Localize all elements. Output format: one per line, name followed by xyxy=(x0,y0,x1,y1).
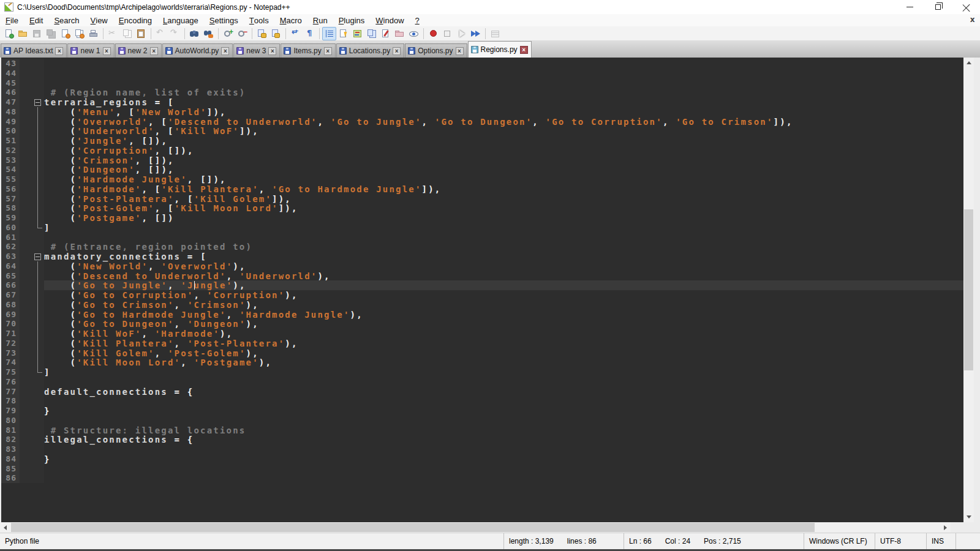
zoom-in-button[interactable] xyxy=(221,27,235,40)
print-button[interactable] xyxy=(86,27,100,40)
code-text[interactable] xyxy=(44,416,963,425)
redo-button[interactable] xyxy=(168,27,182,40)
code-text[interactable]: ('Jungle', []), xyxy=(44,136,963,146)
code-text[interactable]: # Structure: illegal locations xyxy=(44,425,963,435)
code-text[interactable]: illegal_connections = { xyxy=(44,435,963,444)
code-line-69[interactable]: 69 ('Go to Hardmode Jungle', 'Hardmode J… xyxy=(1,310,963,320)
close-document-button[interactable] xyxy=(58,27,72,40)
menu-tools[interactable]: Tools xyxy=(244,14,274,26)
macro-save-button[interactable] xyxy=(488,27,502,40)
zoom-out-button[interactable] xyxy=(235,27,249,40)
horizontal-scroll-thumb[interactable] xyxy=(11,523,815,532)
code-line-80[interactable]: 80 xyxy=(1,416,963,425)
code-text[interactable]: ('Go to Crimson', 'Crimson'), xyxy=(44,300,963,310)
show-all-characters-button[interactable] xyxy=(303,27,317,40)
menu-macro[interactable]: Macro xyxy=(274,14,307,26)
code-line-43[interactable]: 43 xyxy=(1,59,963,69)
fold-margin-start[interactable] xyxy=(20,252,44,261)
find-button[interactable] xyxy=(187,27,202,40)
macro-record-button[interactable] xyxy=(426,27,440,40)
code-line-56[interactable]: 56 ('Hardmode', ['Kill Plantera', 'Go to… xyxy=(1,184,963,194)
code-text[interactable]: ('Post-Plantera', ['Kill Golem']), xyxy=(44,194,963,204)
document-map-button[interactable] xyxy=(350,27,364,40)
undo-button[interactable] xyxy=(154,27,168,40)
code-area[interactable]: 43444546 # (Region name, list of exits)4… xyxy=(1,58,963,522)
tab-new-2[interactable]: new 2× xyxy=(115,43,162,58)
code-line-83[interactable]: 83 xyxy=(1,444,963,454)
code-text[interactable]: ('Postgame', []) xyxy=(44,213,963,223)
code-text[interactable]: ('Descend to Underworld', 'Underworld'), xyxy=(44,271,963,281)
tab-autoworld-py[interactable]: AutoWorld.py× xyxy=(162,43,233,58)
minimize-button[interactable] xyxy=(895,0,924,14)
code-text[interactable] xyxy=(44,473,963,483)
word-wrap-button[interactable] xyxy=(288,27,303,40)
new-file-button[interactable] xyxy=(2,27,16,40)
code-line-50[interactable]: 50 ('Underworld', ['Kill WoF']), xyxy=(1,126,963,136)
code-line-79[interactable]: 79} xyxy=(1,406,963,416)
menu-view[interactable]: View xyxy=(85,14,113,26)
macro-stop-button[interactable] xyxy=(440,27,454,40)
code-line-44[interactable]: 44 xyxy=(1,69,963,78)
menu-window[interactable]: Window xyxy=(370,14,409,26)
tab-close-button[interactable]: × xyxy=(150,47,158,55)
fold-margin-start[interactable] xyxy=(20,97,44,107)
code-line-57[interactable]: 57 ('Post-Plantera', ['Kill Golem']), xyxy=(1,194,963,204)
fold-collapse-icon[interactable] xyxy=(34,253,41,260)
tab-items-py[interactable]: Items.py× xyxy=(281,43,335,58)
code-line-82[interactable]: 82illegal_connections = { xyxy=(1,435,963,444)
code-line-53[interactable]: 53 ('Crimson', []), xyxy=(1,156,963,165)
code-text[interactable] xyxy=(44,464,963,474)
code-text[interactable]: ('Go to Corruption', 'Corruption'), xyxy=(44,290,963,300)
code-line-81[interactable]: 81 # Structure: illegal locations xyxy=(1,425,963,435)
macro-playback-button[interactable] xyxy=(454,27,469,40)
sync-horizontal-scrolling-button[interactable] xyxy=(269,27,283,40)
code-line-75[interactable]: 75] xyxy=(1,367,963,377)
code-text[interactable]: ('Crimson', []), xyxy=(44,156,963,165)
code-line-58[interactable]: 58 ('Post-Golem', ['Kill Moon Lord']), xyxy=(1,203,963,213)
code-line-65[interactable]: 65 ('Descend to Underworld', 'Underworld… xyxy=(1,271,963,281)
menu-search[interactable]: Search xyxy=(48,14,85,26)
code-line-62[interactable]: 62 # (Entrance, region pointed to) xyxy=(1,242,963,252)
folder-as-workspace-button[interactable] xyxy=(393,27,407,40)
code-line-67[interactable]: 67 ('Go to Corruption', 'Corruption'), xyxy=(1,290,963,300)
code-text[interactable]: ('New World', 'Overworld'), xyxy=(44,261,963,271)
menu-file[interactable]: File xyxy=(0,14,24,26)
code-line-55[interactable]: 55 ('Hardmode Jungle', []), xyxy=(1,174,963,184)
code-text[interactable]: ('Underworld', ['Kill WoF']), xyxy=(44,126,963,136)
code-text[interactable]: ('Kill Plantera', 'Post-Plantera'), xyxy=(44,339,963,348)
code-text[interactable]: ('Menu', ['New World']), xyxy=(44,107,963,117)
code-line-86[interactable]: 86 xyxy=(1,473,963,483)
code-line-72[interactable]: 72 ('Kill Plantera', 'Post-Plantera'), xyxy=(1,339,963,348)
replace-button[interactable] xyxy=(202,27,216,40)
vertical-scrollbar[interactable] xyxy=(963,58,974,522)
code-text[interactable]: ('Kill Moon Lord', 'Postgame'), xyxy=(44,358,963,367)
code-line-71[interactable]: 71 ('Kill WoF', 'Hardmode'), xyxy=(1,329,963,339)
scroll-down-button[interactable] xyxy=(963,512,974,522)
menu-run[interactable]: Run xyxy=(307,14,333,26)
code-line-47[interactable]: 47terraria_regions = [ xyxy=(1,97,963,107)
code-line-54[interactable]: 54 ('Dungeon', []), xyxy=(1,165,963,174)
code-line-66[interactable]: 66 ('Go to Jungle', 'Jungle'), xyxy=(1,280,963,290)
cut-button[interactable] xyxy=(106,27,120,40)
code-line-48[interactable]: 48 ('Menu', ['New World']), xyxy=(1,107,963,117)
monitoring-button[interactable] xyxy=(407,27,421,40)
code-text[interactable]: } xyxy=(44,454,963,464)
menu-settings[interactable]: Settings xyxy=(204,14,244,26)
close-all-documents-button[interactable] xyxy=(72,27,86,40)
save-button[interactable] xyxy=(30,27,44,40)
code-line-45[interactable]: 45 xyxy=(1,78,963,88)
function-list-button[interactable] xyxy=(379,27,393,40)
scroll-right-button[interactable] xyxy=(940,522,951,533)
code-text[interactable]: ('Dungeon', []), xyxy=(44,165,963,174)
code-line-59[interactable]: 59 ('Postgame', []) xyxy=(1,213,963,223)
code-line-76[interactable]: 76 xyxy=(1,377,963,387)
code-text[interactable]: ('Post-Golem', ['Kill Moon Lord']), xyxy=(44,203,963,213)
horizontal-scroll-track[interactable] xyxy=(10,522,940,533)
code-text[interactable]: ] xyxy=(44,223,963,233)
fold-collapse-icon[interactable] xyxy=(34,99,41,106)
code-line-61[interactable]: 61 xyxy=(1,233,963,242)
code-text[interactable]: ('Go to Hardmode Jungle', 'Hardmode Jung… xyxy=(44,310,963,320)
tab-new-1[interactable]: new 1× xyxy=(67,43,114,58)
code-text[interactable]: ('Go to Dungeon', 'Dungeon'), xyxy=(44,319,963,329)
code-line-63[interactable]: 63mandatory_connections = [ xyxy=(1,252,963,261)
